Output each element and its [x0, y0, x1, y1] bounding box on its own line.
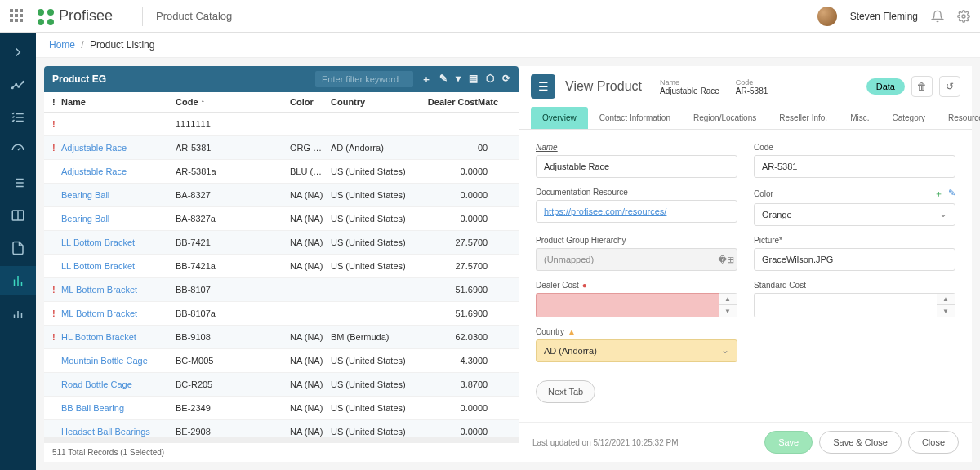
- gear-icon[interactable]: [957, 10, 970, 23]
- input-dealer-cost[interactable]: [536, 293, 719, 317]
- table-row[interactable]: !HL Bottom BracketBB-9108NA (NA)BM (Berm…: [44, 326, 519, 349]
- next-tab-button[interactable]: Next Tab: [536, 380, 595, 403]
- row-name[interactable]: ML Bottom Bracket: [61, 285, 137, 295]
- grid-columns: ! Name Code ↑ Color Country Dealer Cost …: [44, 92, 519, 113]
- export-icon[interactable]: ▤: [469, 73, 478, 86]
- tab-overview[interactable]: Overview: [531, 107, 588, 129]
- sidebar-chart-active[interactable]: [0, 266, 36, 295]
- meta-code-label: Code: [736, 78, 768, 86]
- col-dealer-cost[interactable]: Dealer Cost: [421, 97, 478, 107]
- color-add-icon[interactable]: ＋: [934, 188, 943, 200]
- dealer-step-up[interactable]: ▲: [719, 294, 737, 305]
- input-picture[interactable]: [754, 248, 956, 271]
- history-icon[interactable]: ↺: [939, 76, 960, 97]
- row-name[interactable]: LL Bottom Bracket: [61, 261, 135, 271]
- tab-resources[interactable]: Resources: [937, 107, 980, 129]
- table-row[interactable]: !Adjustable RaceAR-5381ORG …AD (Andorra)…: [44, 136, 519, 160]
- sidebar-doc[interactable]: [0, 233, 36, 263]
- table-row[interactable]: !ML Bottom BracketBB-810751.6900: [44, 278, 519, 302]
- sidebar-gauge[interactable]: [0, 135, 36, 165]
- row-name[interactable]: Road Bottle Cage: [61, 379, 132, 389]
- label-picture: Picture*: [754, 236, 956, 245]
- tab-category[interactable]: Category: [881, 107, 938, 129]
- bell-icon[interactable]: [931, 10, 944, 23]
- input-doc[interactable]: [536, 200, 737, 223]
- input-code[interactable]: [754, 155, 956, 178]
- sidebar-tasks[interactable]: [0, 103, 36, 132]
- row-name[interactable]: Bearing Ball: [61, 190, 109, 200]
- standard-step-down[interactable]: ▼: [937, 305, 955, 317]
- select-country[interactable]: [536, 339, 737, 362]
- row-name[interactable]: BB Ball Bearing: [61, 403, 124, 413]
- row-code: BE-2349: [176, 403, 290, 413]
- col-name[interactable]: Name: [61, 97, 176, 107]
- dealer-step-down[interactable]: ▼: [719, 305, 737, 317]
- row-name[interactable]: Mountain Bottle Cage: [61, 356, 148, 366]
- col-country[interactable]: Country: [331, 97, 421, 107]
- alert-icon: !: [52, 285, 56, 295]
- table-row[interactable]: Adjustable RaceAR-5381aBLU (…US (United …: [44, 160, 519, 184]
- table-row[interactable]: LL Bottom BracketBB-7421aNA (NA)US (Unit…: [44, 255, 519, 278]
- table-row[interactable]: Mountain Bottle CageBC-M005NA (NA)US (Un…: [44, 349, 519, 373]
- delete-icon[interactable]: 🗑: [911, 76, 933, 97]
- table-row[interactable]: !ML Bottom BracketBB-8107a51.6900: [44, 302, 519, 326]
- alert-icon: !: [52, 143, 56, 153]
- filter-icon[interactable]: ▾: [456, 73, 461, 86]
- sidebar-list[interactable]: [0, 168, 36, 197]
- col-alert[interactable]: !: [52, 97, 61, 107]
- tab-contact-information[interactable]: Contact Information: [588, 107, 682, 129]
- row-name[interactable]: LL Bottom Bracket: [61, 237, 135, 247]
- sidebar-chart2[interactable]: [0, 299, 36, 328]
- row-match: 00: [478, 403, 510, 413]
- row-name[interactable]: HL Bottom Bracket: [61, 332, 136, 342]
- col-code[interactable]: Code ↑: [176, 97, 290, 107]
- col-match[interactable]: Matc: [478, 97, 510, 107]
- grid-search-input[interactable]: [315, 71, 413, 87]
- refresh-icon[interactable]: ⟳: [502, 73, 510, 86]
- input-name[interactable]: [536, 155, 737, 178]
- row-name[interactable]: Adjustable Race: [61, 166, 127, 176]
- select-color[interactable]: [754, 203, 956, 226]
- table-row[interactable]: Bearing BallBA-8327NA (NA)US (United Sta…: [44, 184, 519, 207]
- tab-misc-[interactable]: Misc.: [839, 107, 880, 129]
- row-country: US (United States): [331, 261, 421, 271]
- data-button[interactable]: Data: [866, 78, 905, 95]
- input-pgh[interactable]: [536, 248, 715, 271]
- row-cost: 62.03: [421, 332, 478, 342]
- standard-step-up[interactable]: ▲: [937, 294, 955, 305]
- tab-reseller-info-[interactable]: Reseller Info.: [768, 107, 839, 129]
- table-row[interactable]: !1111111: [44, 113, 519, 136]
- row-name[interactable]: ML Bottom Bracket: [61, 308, 137, 318]
- detail-title: View Product: [565, 79, 642, 94]
- label-pgh: Product Group Hierarchy: [536, 236, 737, 245]
- input-standard-cost[interactable]: [754, 293, 937, 317]
- sidebar-book[interactable]: [0, 201, 36, 230]
- color-edit-icon[interactable]: ✎: [948, 188, 956, 200]
- sidebar-dashboard[interactable]: [0, 70, 36, 100]
- label-doc: Documentation Resource: [536, 188, 737, 197]
- label-code: Code: [754, 143, 956, 152]
- edit-icon[interactable]: ✎: [439, 73, 448, 86]
- sidebar-expand[interactable]: [0, 38, 36, 67]
- row-name[interactable]: Headset Ball Bearings: [61, 427, 150, 437]
- row-name[interactable]: Adjustable Race: [61, 143, 127, 153]
- close-button[interactable]: Close: [908, 431, 959, 454]
- save-close-button[interactable]: Save & Close: [819, 431, 902, 454]
- avatar[interactable]: [817, 7, 837, 26]
- table-row[interactable]: Road Bottle CageBC-R205NA (NA)US (United…: [44, 373, 519, 397]
- save-button[interactable]: Save: [764, 431, 813, 454]
- row-color: NA (NA): [290, 261, 331, 271]
- tab-region-locations[interactable]: Region/Locations: [682, 107, 768, 129]
- col-color[interactable]: Color: [290, 97, 331, 107]
- table-row[interactable]: Bearing BallBA-8327aNA (NA)US (United St…: [44, 207, 519, 231]
- table-row[interactable]: Headset Ball BearingsBE-2908NA (NA)US (U…: [44, 420, 519, 437]
- table-row[interactable]: BB Ball BearingBE-2349NA (NA)US (United …: [44, 397, 519, 420]
- table-row[interactable]: LL Bottom BracketBB-7421NA (NA)US (Unite…: [44, 231, 519, 255]
- pgh-picker-icon[interactable]: �⊞: [715, 248, 737, 271]
- error-icon: ●: [582, 281, 587, 290]
- row-name[interactable]: Bearing Ball: [61, 214, 109, 224]
- apps-menu-icon[interactable]: [10, 9, 24, 24]
- hierarchy-icon[interactable]: ⬡: [486, 73, 494, 86]
- add-icon[interactable]: ＋: [421, 73, 431, 86]
- breadcrumb-home[interactable]: Home: [49, 39, 75, 51]
